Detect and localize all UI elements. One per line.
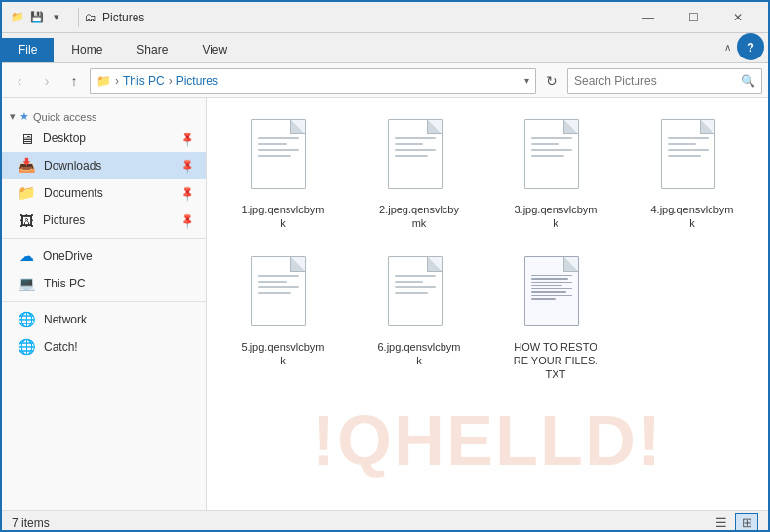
status-bar: 7 items ☰ ⊞ (2, 510, 768, 532)
file-item-6[interactable]: 6.jpg.qensvlcbymk (355, 247, 483, 391)
back-button[interactable]: ‹ (8, 69, 31, 93)
file-name-2: 2.jpeg.qensvlcbymk (375, 203, 463, 231)
minimize-button[interactable]: — (626, 2, 671, 33)
title-bar-title: 🗂 Pictures (85, 11, 626, 24)
folder-icon: 🗂 (85, 11, 96, 24)
sidebar-item-catch[interactable]: 🌐 Catch! (2, 333, 206, 361)
file-item-4[interactable]: 4.jpg.qensvlcbymk (628, 110, 756, 240)
this-pc-icon: 💻 (18, 275, 36, 292)
sidebar-item-network[interactable]: 🌐 Network (2, 306, 206, 333)
sidebar-this-pc-label: This PC (44, 277, 194, 290)
pictures-icon: 🖼 (18, 212, 35, 229)
catch-icon: 🌐 (18, 338, 36, 356)
tab-view[interactable]: View (185, 38, 244, 62)
ribbon: File Home Share View ∧ ? (2, 33, 768, 63)
forward-button[interactable]: › (35, 69, 58, 93)
sidebar-desktop-label: Desktop (43, 132, 173, 145)
sidebar-item-documents[interactable]: 📁 Documents 📌 (2, 179, 206, 207)
file-icon-3 (524, 119, 587, 197)
up-button[interactable]: ↑ (62, 69, 86, 93)
file-item-3[interactable]: 3.jpg.qensvlcbymk (491, 110, 620, 240)
ribbon-tabs: File Home Share View ∧ ? (2, 33, 768, 62)
path-this-pc[interactable]: This PC (123, 74, 165, 88)
title-bar-menu-icon: ▾ (49, 10, 64, 25)
tab-share[interactable]: Share (120, 38, 184, 62)
path-dropdown-icon[interactable]: ▾ (524, 75, 529, 86)
desktop-icon: 🖥 (18, 131, 35, 147)
file-item-1[interactable]: 1.jpg.qensvlcbymk (218, 110, 347, 240)
file-icon-5 (251, 256, 314, 334)
refresh-button[interactable]: ↻ (540, 69, 563, 93)
file-grid: 1.jpg.qensvlcbymk 2.jpeg.qensvlcbymk (207, 98, 768, 401)
sidebar: ▾ ★ Quick access 🖥 Desktop 📌 📥 Downloads… (2, 98, 207, 510)
file-name-1: 1.jpg.qensvlcbymk (239, 203, 327, 231)
network-icon: 🌐 (18, 311, 36, 328)
sidebar-item-downloads[interactable]: 📥 Downloads 📌 (2, 152, 206, 179)
title-bar: 📁 💾 ▾ 🗂 Pictures — ☐ ✕ (2, 2, 768, 33)
title-bar-controls: — ☐ ✕ (626, 2, 760, 33)
title-bar-folder-icon: 📁 (10, 10, 25, 25)
pin-icon-documents: 📌 (177, 183, 196, 202)
file-name-3: 3.jpg.qensvlcbymk (512, 203, 599, 231)
sidebar-downloads-label: Downloads (44, 159, 173, 172)
tab-file[interactable]: File (2, 38, 54, 62)
sidebar-network-label: Network (44, 313, 194, 326)
quick-access-star-icon: ★ (19, 110, 29, 123)
chevron-icon: ▾ (10, 110, 16, 123)
sidebar-divider-2 (2, 301, 206, 302)
help-button[interactable]: ? (737, 33, 764, 60)
title-bar-save-icon: 💾 (29, 10, 45, 25)
sidebar-divider-1 (2, 238, 206, 239)
grid-view-button[interactable]: ⊞ (735, 513, 758, 533)
maximize-button[interactable]: ☐ (671, 2, 715, 33)
file-icon-6 (388, 256, 450, 334)
list-view-button[interactable]: ☰ (710, 513, 733, 533)
documents-icon: 📁 (18, 184, 36, 202)
content-area: !QHELLD! 1.jpg.qensvlcbymk (207, 98, 768, 510)
sidebar-item-onedrive[interactable]: ☁ OneDrive (2, 243, 206, 270)
onedrive-icon: ☁ (18, 247, 35, 265)
file-item-2[interactable]: 2.jpeg.qensvlcbymk (355, 110, 483, 240)
view-controls: ☰ ⊞ (710, 513, 758, 533)
search-icon: 🔍 (741, 74, 755, 88)
file-name-5: 5.jpg.qensvlcbymk (239, 340, 327, 368)
search-box[interactable]: 🔍 (567, 68, 762, 94)
search-input[interactable] (574, 74, 737, 88)
file-name-7: HOW TO RESTORE YOUR FILES.TXT (512, 340, 599, 382)
file-icon-4 (661, 119, 723, 197)
main-layout: ▾ ★ Quick access 🖥 Desktop 📌 📥 Downloads… (2, 98, 768, 510)
file-icon-2 (388, 119, 450, 197)
file-name-6: 6.jpg.qensvlcbymk (375, 340, 463, 368)
file-item-7[interactable]: HOW TO RESTORE YOUR FILES.TXT (491, 247, 620, 391)
pin-icon-desktop: 📌 (177, 129, 196, 147)
sidebar-item-this-pc[interactable]: 💻 This PC (2, 270, 206, 297)
tab-home[interactable]: Home (55, 38, 119, 62)
path-folder-icon: 📁 (96, 74, 111, 88)
sidebar-documents-label: Documents (44, 186, 173, 200)
sidebar-item-pictures[interactable]: 🖼 Pictures 📌 (2, 207, 206, 234)
file-name-4: 4.jpg.qensvlcbymk (648, 203, 736, 231)
file-icon-1 (251, 119, 314, 197)
sidebar-onedrive-label: OneDrive (43, 249, 194, 263)
sidebar-quick-access-header[interactable]: ▾ ★ Quick access (2, 104, 206, 125)
item-count: 7 items (12, 516, 50, 530)
file-item-5[interactable]: 5.jpg.qensvlcbymk (218, 247, 347, 391)
sidebar-catch-label: Catch! (44, 340, 194, 354)
watermark: !QHELLD! (312, 400, 663, 480)
ribbon-collapse-btn[interactable]: ∧ (717, 33, 737, 60)
pin-icon-downloads: 📌 (177, 156, 196, 174)
pin-icon-pictures: 📌 (177, 210, 196, 229)
quick-access-label: Quick access (33, 111, 96, 123)
sidebar-pictures-label: Pictures (43, 213, 173, 227)
title-bar-quick-icons: 📁 💾 ▾ (10, 10, 64, 25)
downloads-icon: 📥 (18, 157, 36, 174)
close-button[interactable]: ✕ (715, 2, 760, 33)
path-pictures[interactable]: Pictures (176, 74, 218, 88)
address-path[interactable]: 📁 › This PC › Pictures ▾ (90, 68, 536, 94)
sidebar-item-desktop[interactable]: 🖥 Desktop 📌 (2, 125, 206, 152)
file-icon-7 (524, 256, 587, 334)
address-bar: ‹ › ↑ 📁 › This PC › Pictures ▾ ↻ 🔍 (2, 63, 768, 98)
